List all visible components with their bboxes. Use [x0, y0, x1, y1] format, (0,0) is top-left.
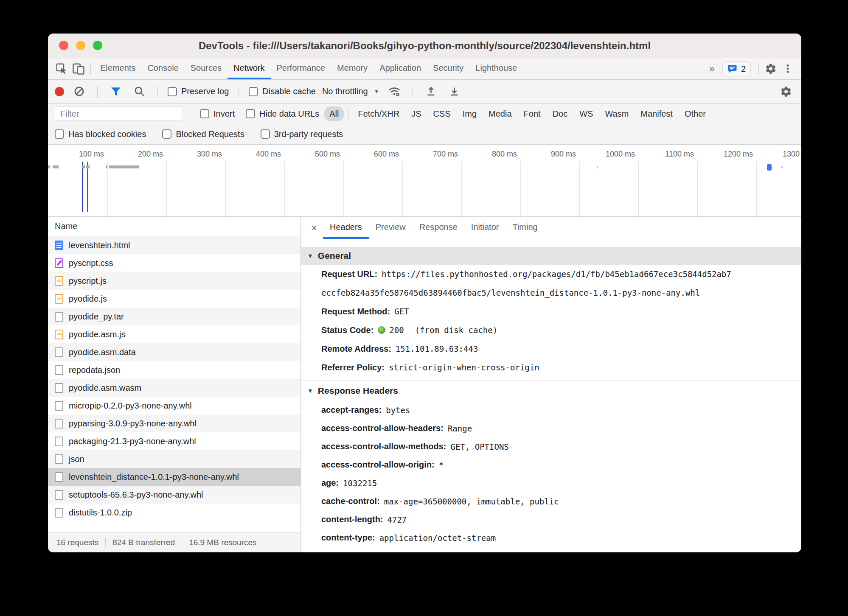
response-header-row: cache-control:max-age=365000000, immutab… [301, 492, 801, 510]
header-value: Range [448, 424, 472, 433]
chat-bubble-icon [727, 64, 737, 73]
type-filter-img[interactable]: Img [457, 106, 482, 121]
timeline-tick-label: 300 ms [158, 150, 222, 159]
tab-sources[interactable]: Sources [185, 58, 227, 79]
details-tab-timing[interactable]: Timing [505, 217, 544, 239]
tab-performance[interactable]: Performance [271, 58, 331, 79]
request-row[interactable]: packaging-21.3-py3-none-any.whl [48, 432, 300, 450]
details-tab-initiator[interactable]: Initiator [464, 217, 506, 239]
hide-data-urls-checkbox[interactable]: Hide data URLs [246, 109, 319, 119]
generic-file-icon [55, 454, 63, 464]
header-name: access-control-allow-methods: [321, 442, 446, 451]
invert-checkbox[interactable]: Invert [200, 109, 235, 119]
generic-file-icon [55, 312, 63, 322]
request-row[interactable]: pyparsing-3.0.9-py3-none-any.whl [48, 414, 300, 432]
export-har-icon[interactable] [446, 83, 463, 101]
type-filter-css[interactable]: CSS [428, 106, 456, 121]
request-row[interactable]: repodata.json [48, 361, 300, 379]
waterfall-bar [53, 165, 59, 168]
tab-console[interactable]: Console [141, 58, 184, 79]
has-blocked-cookies-checkbox[interactable]: Has blocked cookies [55, 129, 146, 139]
timeline-gridline [284, 161, 285, 216]
details-tab-headers[interactable]: Headers [323, 217, 369, 239]
header-value: GET, OPTIONS [451, 442, 509, 451]
more-options-icon[interactable] [779, 60, 796, 78]
tab-network[interactable]: Network [227, 58, 270, 79]
network-conditions-icon[interactable] [386, 83, 403, 101]
device-toolbar-icon[interactable] [70, 60, 87, 78]
network-options-row: Has blocked cookiesBlocked Requests3rd-p… [48, 124, 801, 145]
more-tabs-chevron-icon[interactable]: » [706, 63, 718, 75]
filter-input[interactable] [55, 106, 182, 121]
filter-funnel-icon[interactable] [107, 83, 124, 101]
inspect-element-icon[interactable] [53, 60, 70, 78]
preserve-log-checkbox[interactable]: Preserve log [168, 87, 229, 96]
request-name: pyscript.js [69, 276, 107, 286]
throttling-dropdown[interactable]: No throttling ▼ [322, 87, 379, 96]
request-row[interactable]: micropip-0.2.0-py3-none-any.whl [48, 397, 300, 414]
request-row[interactable]: json [48, 450, 300, 468]
network-overview-timeline[interactable]: 100 ms200 ms300 ms400 ms500 ms600 ms700 … [48, 145, 801, 217]
response-headers-section-header[interactable]: ▼ Response Headers [301, 380, 801, 401]
type-filter-manifest[interactable]: Manifest [635, 106, 678, 121]
disable-cache-checkbox[interactable]: Disable cache [249, 87, 316, 96]
minimize-window-button[interactable] [76, 41, 85, 50]
request-row[interactable]: pyodide.asm.data [48, 343, 300, 361]
request-row[interactable]: distutils-1.0.0.zip [48, 504, 300, 521]
type-filter-other[interactable]: Other [679, 106, 711, 121]
chevron-down-icon: ▼ [374, 88, 379, 95]
timeline-gridline [166, 161, 167, 216]
type-filter-doc[interactable]: Doc [547, 106, 573, 121]
request-row[interactable]: levenshtein.html [48, 236, 300, 254]
type-filter-js[interactable]: JS [406, 106, 427, 121]
record-network-log-icon[interactable] [55, 87, 64, 96]
type-filter-media[interactable]: Media [483, 106, 517, 121]
request-row[interactable]: setuptools-65.6.3-py3-none-any.whl [48, 486, 300, 504]
blocked-requests-checkbox[interactable]: Blocked Requests [162, 129, 244, 139]
tab-lighthouse[interactable]: Lighthouse [469, 58, 523, 79]
import-har-icon[interactable] [423, 83, 440, 101]
zoom-window-button[interactable] [93, 41, 102, 50]
type-filter-font[interactable]: Font [518, 106, 546, 121]
tab-memory[interactable]: Memory [331, 58, 373, 79]
request-row[interactable]: pyscript.js [48, 272, 300, 290]
close-window-button[interactable] [59, 41, 68, 50]
type-filter-all[interactable]: All [324, 106, 344, 121]
request-row[interactable]: pyodide.js [48, 290, 300, 308]
network-main-area: Name levenshtein.htmlpyscript.csspyscrip… [48, 217, 801, 552]
details-tab-response[interactable]: Response [413, 217, 464, 239]
tab-security[interactable]: Security [427, 58, 469, 79]
generic-file-icon [55, 419, 63, 428]
details-tab-preview[interactable]: Preview [369, 217, 413, 239]
general-section-header[interactable]: ▼ General [301, 247, 801, 265]
request-row[interactable]: levenshtein_distance-1.0.1-py3-none-any.… [48, 468, 300, 486]
name-column-header[interactable]: Name [48, 217, 300, 236]
header-value: Mon, 27 Mar 2023 12:20:28 GMT [346, 552, 487, 553]
waterfall-bar [109, 165, 139, 168]
response-headers-rows: accept-ranges:bytesaccess-control-allow-… [301, 401, 801, 552]
remote-address-row: Remote Address: 151.101.89.63:443 [301, 339, 801, 358]
timeline-tick-label: 700 ms [394, 150, 458, 159]
remote-address-value: 151.101.89.63:443 [396, 344, 478, 353]
network-toolbar: Preserve log Disable cache No throttling… [48, 80, 801, 104]
generic-file-icon [55, 365, 63, 375]
request-row[interactable]: pyodide_py.tar [48, 308, 300, 325]
request-row[interactable]: pyodide.asm.wasm [48, 379, 300, 397]
details-tabs: HeadersPreviewResponseInitiatorTiming [323, 217, 545, 239]
search-icon[interactable] [131, 83, 148, 101]
tab-application[interactable]: Application [373, 58, 427, 79]
header-name: age: [321, 478, 339, 488]
settings-gear-icon[interactable] [762, 60, 779, 78]
type-filter-ws[interactable]: WS [574, 106, 598, 121]
issues-counter[interactable]: 2 [722, 62, 751, 76]
type-filter-fetch-xhr[interactable]: Fetch/XHR [352, 106, 405, 121]
clear-network-log-icon[interactable] [70, 83, 87, 101]
type-filter-wasm[interactable]: Wasm [599, 106, 634, 121]
network-settings-gear-icon[interactable] [778, 83, 795, 101]
request-row[interactable]: pyscript.css [48, 254, 300, 272]
3rd-party-requests-checkbox[interactable]: 3rd-party requests [261, 129, 343, 139]
request-name: levenshtein.html [69, 241, 130, 250]
tab-elements[interactable]: Elements [94, 58, 141, 79]
request-row[interactable]: pyodide.asm.js [48, 325, 300, 343]
close-icon[interactable]: × [305, 222, 323, 234]
